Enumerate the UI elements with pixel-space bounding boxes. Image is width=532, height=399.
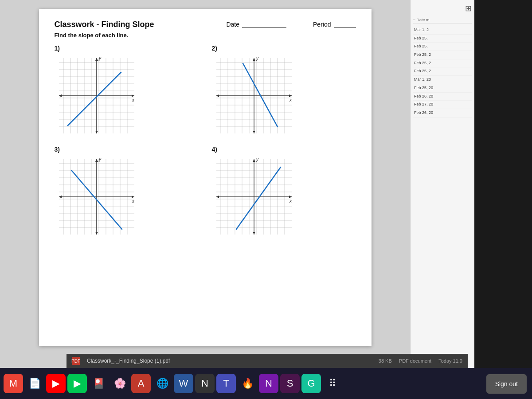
fire-icon[interactable]: 🔥: [238, 374, 257, 393]
file-name: Classwork_-_Finding_Slope (1).pdf: [87, 358, 372, 364]
apps-icon[interactable]: ⠿: [323, 374, 342, 393]
svg-marker-112: [253, 232, 255, 235]
svg-text:y: y: [256, 56, 259, 61]
svg-line-115: [236, 167, 281, 229]
graph-2: x y: [212, 54, 296, 138]
sidebar-item-6[interactable]: Mar 1, 20: [413, 76, 472, 84]
problems-grid: 1): [55, 45, 356, 239]
main-content: Classwork - Finding Slope Date Period Fi…: [0, 0, 474, 368]
svg-marker-25: [95, 131, 98, 133]
file-size: 38 KB: [379, 358, 392, 364]
svg-marker-23: [59, 94, 62, 97]
graph-3: x y: [55, 155, 139, 239]
sidebar-item-0[interactable]: Mar 1, 2: [413, 26, 472, 35]
acrobat-icon[interactable]: A: [131, 374, 151, 393]
svg-text:y: y: [98, 56, 102, 61]
teams-icon[interactable]: T: [216, 374, 236, 393]
problem-2-number: 2): [212, 45, 356, 52]
svg-marker-22: [132, 94, 134, 97]
file-bar: PDF Classwork_-_Finding_Slope (1).pdf 38…: [66, 354, 468, 368]
sidebar-item-5[interactable]: Feb 25, 2: [413, 67, 472, 76]
problem-1-number: 1): [55, 45, 199, 52]
svg-marker-81: [59, 196, 62, 198]
flower-icon[interactable]: 🌸: [110, 374, 129, 393]
problem-4: 4): [212, 146, 356, 239]
date-underline: [242, 20, 286, 28]
svg-text:y: y: [256, 157, 259, 162]
svg-text:x: x: [289, 98, 292, 102]
svg-text:x: x: [132, 199, 135, 203]
grammarly-icon[interactable]: G: [301, 374, 321, 393]
wifi-icon[interactable]: 🌐: [153, 374, 172, 393]
taskbar-icons: M📄▶▶🎴🌸A🌐WNT🔥NSG⠿: [4, 374, 528, 393]
svg-marker-110: [216, 196, 219, 198]
period-field: Period: [313, 20, 356, 28]
pdf-icon: PDF: [72, 357, 80, 365]
svg-marker-109: [289, 196, 292, 198]
svg-marker-82: [95, 159, 98, 162]
svg-marker-111: [253, 159, 255, 162]
doc-title: Classwork - Finding Slope: [55, 20, 154, 29]
svg-line-57: [243, 63, 278, 127]
period-underline: [334, 20, 356, 28]
problem-3-number: 3): [55, 146, 199, 153]
sidebar-section-label: :: Date m: [413, 17, 472, 23]
graph-1: x y: [55, 54, 139, 138]
sidebar-item-7[interactable]: Feb 25, 20: [413, 84, 472, 93]
sidebar-item-9[interactable]: Feb 27, 20: [413, 101, 472, 109]
word-icon[interactable]: W: [174, 374, 193, 393]
svg-text:x: x: [289, 199, 292, 203]
onenote-icon[interactable]: N: [259, 374, 278, 393]
svg-marker-54: [253, 131, 255, 133]
docs-icon[interactable]: 📄: [25, 374, 44, 393]
sidebar-item-4[interactable]: Feb 25, 2: [413, 59, 472, 68]
sidebar-item-3[interactable]: Feb 25, 2: [413, 51, 472, 59]
taskbar: M📄▶▶🎴🌸A🌐WNT🔥NSG⠿ Sign out: [0, 368, 532, 399]
svg-marker-52: [216, 94, 219, 97]
svg-text:x: x: [132, 98, 135, 102]
sidebar-item-10[interactable]: Feb 26, 20: [413, 109, 472, 117]
svg-marker-80: [132, 196, 134, 198]
youtube-icon[interactable]: ▶: [46, 374, 66, 393]
sidebar-item-1[interactable]: Feb 25,: [413, 35, 472, 43]
svg-marker-83: [95, 232, 98, 235]
photos-icon[interactable]: 🎴: [89, 374, 108, 393]
graph-4: x y: [212, 155, 296, 239]
problem-4-number: 4): [212, 146, 356, 153]
pdf-document: Classwork - Finding Slope Date Period Fi…: [39, 9, 372, 346]
file-type: PDF document: [399, 358, 431, 364]
svg-text:y: y: [98, 157, 102, 162]
date-label: Date: [226, 21, 239, 28]
doc-subtitle: Find the slope of each line.: [55, 32, 356, 39]
problem-2: 2): [212, 45, 356, 138]
sidebar: ⊞ :: Date m Mar 1, 2Feb 25,Feb 25,Feb 25…: [410, 0, 474, 368]
notion-icon[interactable]: N: [195, 374, 215, 393]
sidebar-item-8[interactable]: Feb 26, 20: [413, 93, 472, 101]
sidebar-item-2[interactable]: Feb 25,: [413, 43, 472, 51]
sidebar-items: Mar 1, 2Feb 25,Feb 25,Feb 25, 2Feb 25, 2…: [413, 26, 472, 117]
doc-header: Classwork - Finding Slope Date Period: [55, 20, 356, 29]
svg-marker-51: [289, 94, 292, 97]
period-label: Period: [313, 21, 331, 28]
problem-1: 1): [55, 45, 199, 138]
gmail-icon[interactable]: M: [4, 374, 23, 393]
play-icon[interactable]: ▶: [67, 374, 87, 393]
doc-meta: Date Period: [226, 20, 356, 28]
file-date: Today 11:0: [438, 358, 462, 364]
svg-marker-24: [95, 58, 98, 61]
problem-3: 3): [55, 146, 199, 239]
slack-icon[interactable]: S: [280, 374, 300, 393]
sign-out-button[interactable]: Sign out: [486, 374, 527, 394]
pdf-area: Classwork - Finding Slope Date Period Fi…: [0, 0, 410, 368]
date-field: Date: [226, 20, 286, 28]
grid-icon[interactable]: ⊞: [413, 4, 472, 13]
svg-marker-53: [253, 58, 255, 61]
